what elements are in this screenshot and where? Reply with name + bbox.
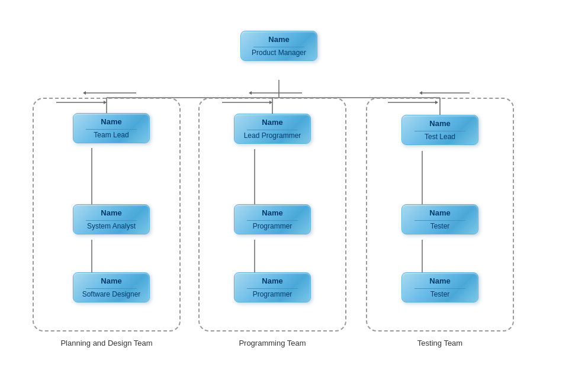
card-programmer-1: Name Programmer [234, 204, 311, 234]
label-testing: Testing Team [366, 339, 514, 347]
card-software-designer: Name Software Designer [73, 272, 150, 302]
svg-marker-14 [83, 91, 86, 95]
card-role-product-manager: Product Manager [252, 49, 306, 57]
card-product-manager: Name Product Manager [240, 31, 317, 61]
card-tester-1: Name Tester [401, 204, 478, 234]
card-divider [253, 47, 304, 47]
card-lead-programmer: Name Lead Programmer [234, 114, 311, 144]
card-programmer-2: Name Programmer [234, 272, 311, 302]
card-name-product-manager: Name [268, 35, 289, 44]
svg-marker-18 [249, 91, 252, 95]
card-team-lead: Name Team Lead [73, 113, 150, 143]
svg-marker-22 [419, 91, 422, 95]
label-programming: Programming Team [198, 339, 346, 347]
card-test-lead: Name Test Lead [401, 115, 478, 145]
card-system-analyst: Name System Analyst [73, 204, 150, 234]
label-planning: Planning and Design Team [33, 339, 181, 347]
card-tester-2: Name Tester [401, 272, 478, 302]
diagram-container: Name Product Manager Name Team Lead Name… [0, 0, 588, 383]
